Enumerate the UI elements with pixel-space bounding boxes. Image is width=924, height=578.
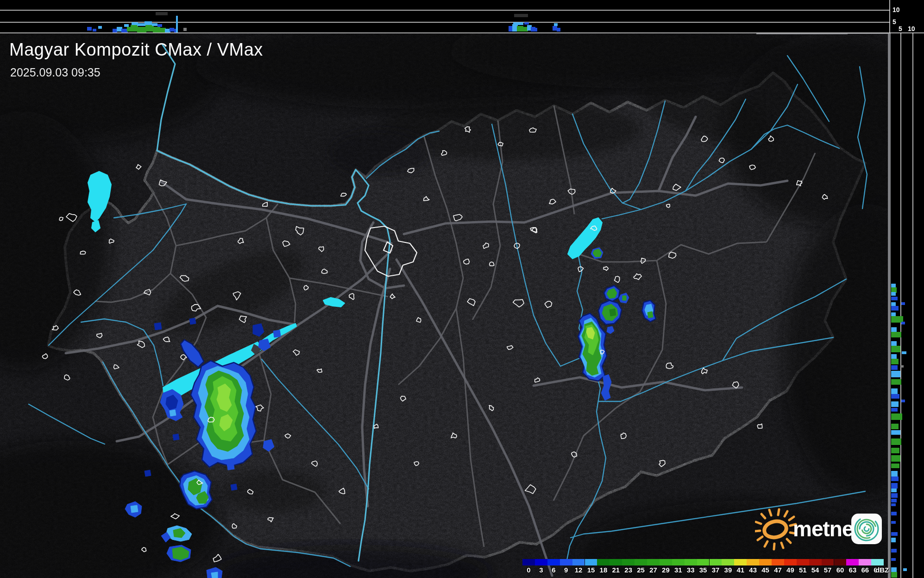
scale-swatch-41 — [734, 559, 747, 565]
radar-app-window: Magyar Kompozit CMax / VMax 2025.09.03 0… — [0, 0, 924, 578]
scale-swatch-39 — [722, 559, 734, 565]
scale-swatch-43 — [747, 559, 759, 565]
scale-swatch-9 — [560, 559, 572, 565]
top-axis-label-10: 10 — [893, 6, 900, 13]
scale-swatch-54 — [809, 559, 822, 565]
scale-label-25: 25 — [637, 566, 645, 574]
scale-label-9: 9 — [564, 566, 568, 574]
scale-swatch-6 — [547, 559, 560, 565]
scale-swatch-35 — [697, 559, 710, 565]
timestamp: 2025.09.03 09:35 — [10, 66, 101, 79]
scale-swatch-15 — [585, 559, 597, 565]
right-cross-section-panel — [891, 33, 924, 578]
scale-swatch-3 — [535, 559, 547, 565]
scale-swatch-63 — [846, 559, 859, 565]
metnet-logo: metnet — [755, 508, 885, 551]
scale-label-63: 63 — [849, 566, 857, 574]
scale-label-18: 18 — [600, 566, 608, 574]
scale-label-23: 23 — [624, 566, 632, 574]
scale-label-41: 41 — [736, 566, 744, 574]
scale-swatch-23 — [622, 559, 635, 565]
scale-label-51: 51 — [799, 566, 807, 574]
scale-swatch-45 — [759, 559, 772, 565]
scale-swatch-60 — [834, 559, 847, 565]
scale-label-31: 31 — [674, 566, 682, 574]
scale-swatch-66 — [859, 559, 871, 565]
scale-label-12: 12 — [575, 566, 583, 574]
scale-swatch-27 — [647, 559, 660, 565]
dbz-unit-label: dBZ — [875, 566, 889, 574]
scale-label-3: 3 — [539, 566, 543, 574]
right-axis-label-10: 10 — [908, 25, 915, 32]
top-axis-label-5: 5 — [893, 18, 896, 25]
scale-swatch-25 — [635, 559, 647, 565]
map-right-frame — [888, 33, 891, 578]
scale-swatch-37 — [710, 559, 722, 565]
scale-swatch-31 — [672, 559, 685, 565]
scale-swatch-21 — [610, 559, 622, 565]
page-title: Magyar Kompozit CMax / VMax — [9, 40, 263, 60]
scale-label-35: 35 — [699, 566, 707, 574]
scale-swatch-47 — [772, 559, 784, 565]
metnet-app-icon — [850, 513, 883, 545]
scale-label-6: 6 — [552, 566, 555, 574]
scale-swatch-51 — [797, 559, 809, 565]
scale-swatch-69 — [871, 559, 884, 565]
scale-label-57: 57 — [824, 566, 832, 574]
scale-label-60: 60 — [836, 566, 844, 574]
scale-label-49: 49 — [786, 566, 794, 574]
scale-label-33: 33 — [687, 566, 695, 574]
scale-swatch-29 — [660, 559, 672, 565]
scale-label-66: 66 — [861, 566, 869, 574]
top-cross-section-panel — [0, 0, 924, 33]
scale-swatch-12 — [572, 559, 585, 565]
scale-label-43: 43 — [749, 566, 757, 574]
right-axis-label-5: 5 — [899, 25, 902, 32]
scale-swatch-0 — [522, 559, 535, 565]
scale-swatch-33 — [685, 559, 697, 565]
scale-label-15: 15 — [587, 566, 595, 574]
map-area — [0, 5, 924, 578]
scale-label-47: 47 — [774, 566, 782, 574]
scale-swatch-49 — [784, 559, 797, 565]
scale-label-37: 37 — [712, 566, 720, 574]
scale-swatch-18 — [597, 559, 610, 565]
scale-label-45: 45 — [761, 566, 769, 574]
scale-label-0: 0 — [527, 566, 530, 574]
scale-label-54: 54 — [811, 566, 819, 574]
scale-label-39: 39 — [724, 566, 732, 574]
scale-label-21: 21 — [612, 566, 620, 574]
scale-swatch-57 — [822, 559, 834, 565]
scale-label-29: 29 — [662, 566, 670, 574]
radar-composite-graphic — [0, 0, 924, 578]
scale-label-27: 27 — [649, 566, 657, 574]
